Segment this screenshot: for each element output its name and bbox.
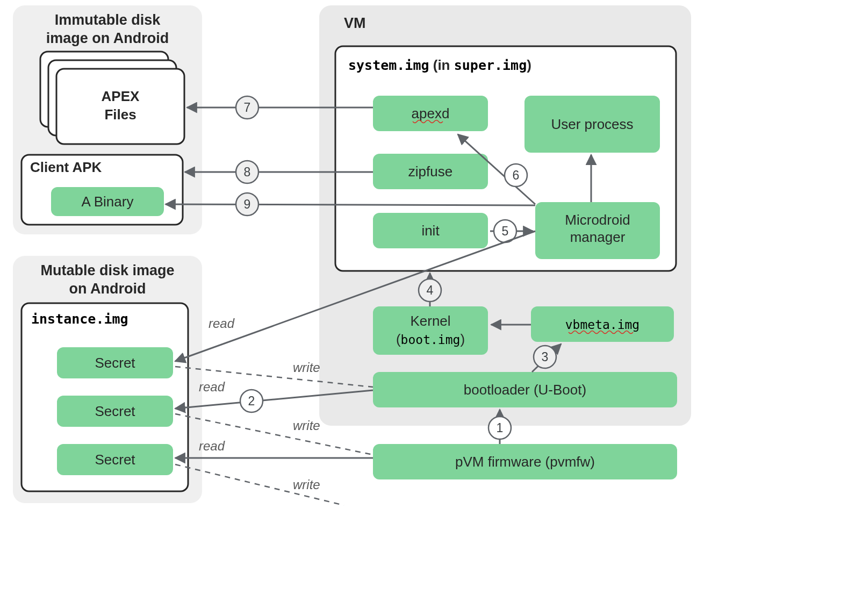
apex-files-stack: APEX Files [40, 52, 184, 144]
svg-text:3: 3 [542, 350, 549, 364]
mutable-disk-panel: Mutable disk image on Android instance.i… [13, 256, 202, 503]
svg-text:8: 8 [244, 165, 251, 179]
read-label-1: read [209, 316, 235, 331]
client-apk-label: Client APK [30, 159, 102, 175]
instance-img-label: instance.img [31, 311, 128, 327]
step-1-badge: 1 [488, 417, 511, 439]
mutable-title-line1: Mutable disk image [40, 262, 174, 278]
step-2-badge: 2 [240, 390, 263, 412]
step-9-badge: 9 [236, 193, 258, 216]
step-7-badge: 7 [236, 96, 258, 119]
apexd-label: apexd [412, 105, 450, 121]
microdroid-label-line1: Microdroid [565, 212, 630, 228]
vm-panel: VM system.img (in super.img) apexd User … [319, 5, 691, 426]
immutable-disk-panel: Immutable disk image on Android APEX Fil… [13, 5, 202, 234]
client-apk-box: Client APK A Binary [21, 155, 183, 225]
write-label-2: write [293, 418, 320, 433]
a-binary-label: A Binary [82, 194, 134, 210]
user-process-label: User process [551, 116, 633, 132]
arrow-step-9 [166, 204, 535, 205]
bootloader-label: bootloader (U-Boot) [464, 382, 586, 398]
mutable-title-line2: on Android [69, 281, 146, 297]
svg-text:6: 6 [513, 168, 520, 182]
immutable-title-line2: image on Android [46, 30, 169, 46]
svg-text:7: 7 [244, 101, 251, 114]
svg-text:4: 4 [427, 283, 434, 297]
read-label-2: read [199, 379, 225, 394]
apex-files-label-line2: Files [104, 106, 136, 123]
kernel-label-line1: Kernel [410, 313, 450, 329]
step-6-badge: 6 [505, 164, 527, 187]
microdroid-label-line2: manager [570, 229, 626, 245]
system-img-label: system.img (in super.img) [348, 57, 531, 73]
init-label: init [421, 223, 440, 239]
diagram-canvas: Immutable disk image on Android APEX Fil… [0, 0, 848, 616]
svg-text:2: 2 [248, 394, 255, 408]
secret-label-3: Secret [95, 452, 135, 468]
svg-text:5: 5 [502, 224, 509, 238]
read-label-3: read [199, 439, 225, 453]
step-8-badge: 8 [236, 161, 258, 183]
write-label-3: write [293, 477, 320, 492]
immutable-title-line1: Immutable disk [55, 12, 161, 28]
vbmeta-label: vbmeta.img [565, 318, 639, 332]
zipfuse-label: zipfuse [408, 163, 452, 180]
vm-title: VM [344, 15, 366, 31]
step-3-badge: 3 [534, 346, 556, 368]
write-label-1: write [293, 360, 320, 375]
pvmfw-box: pVM firmware (pvmfw) [373, 444, 677, 479]
kernel-label-line2: (boot.img) [396, 331, 465, 347]
svg-text:1: 1 [497, 421, 504, 435]
svg-text:9: 9 [244, 197, 251, 211]
step-4-badge: 4 [419, 279, 441, 302]
pvmfw-label: pVM firmware (pvmfw) [455, 454, 595, 470]
apex-files-label-line1: APEX [102, 88, 140, 104]
secret-label-2: Secret [95, 403, 135, 419]
secret-label-1: Secret [95, 355, 135, 371]
